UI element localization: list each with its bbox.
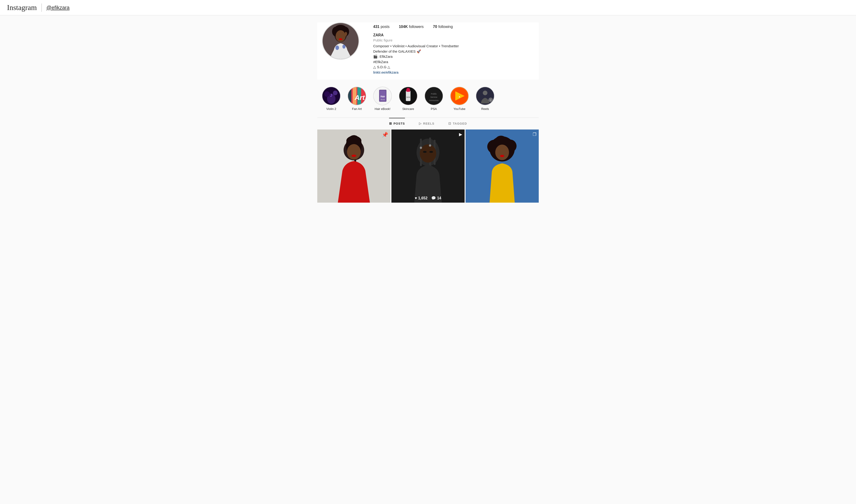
highlight-youtube[interactable]: ▲ YouTube [450,87,469,111]
highlight-circle-hairebook: Hair Book [373,87,392,105]
following-label: following [438,25,453,29]
carousel-icon: ❐ [533,132,536,137]
svg-text:Service: Service [430,96,437,98]
bio-link[interactable]: linktr.ee/efikzara [373,70,534,75]
svg-text:Hair: Hair [380,95,385,98]
svg-point-11 [324,91,330,97]
svg-text:›: › [490,98,492,102]
svg-point-65 [500,155,504,157]
header: Instagram @efikzara [0,0,856,15]
svg-point-54 [423,151,427,153]
svg-text:SKIN: SKIN [406,96,410,98]
pin-icon: 📌 [382,132,388,138]
highlight-circle-violin2: ♪ [322,87,341,105]
svg-point-47 [352,155,356,157]
highlight-label-psa: PSA [431,107,437,111]
bio-line5: △ S.D.G △ [373,65,534,70]
profile-section: 431 posts 104K followers 70 following ZA… [317,22,539,80]
svg-point-12 [333,91,338,95]
post-1[interactable]: 📌 [317,129,391,203]
profile-category: Public figure [373,38,534,42]
svg-point-64 [495,145,509,160]
tab-posts-label: POSTS [394,122,405,125]
tab-reels[interactable]: ▷ REELS [419,118,434,129]
highlight-psa[interactable]: Public Service Announce PSA [425,87,443,111]
profile-info: 431 posts 104K followers 70 following ZA… [373,22,534,75]
post-3[interactable]: ❐ [465,129,539,203]
instagram-logo: Instagram [7,3,37,12]
highlight-circle-youtube: ▲ [450,87,469,105]
likes-stat: ♥ 1,652 [415,196,428,200]
avatar[interactable] [322,22,359,60]
svg-point-5 [336,30,345,42]
tab-reels-label: REELS [423,122,434,125]
highlight-label-violin2: Violin 2 [326,107,336,111]
highlight-circle-fanart: Art [347,87,366,105]
svg-point-57 [429,144,431,147]
highlight-reels[interactable]: › Reels [476,87,494,111]
bio-line4: #EfikZara [373,59,534,65]
following-count: 70 [433,25,437,29]
svg-rect-25 [406,91,411,101]
highlight-fanart[interactable]: Art Fan Art [347,87,366,111]
highlight-circle-skincare: SKIN [399,87,417,105]
svg-point-8 [342,44,345,49]
post-2[interactable]: ▶ ♥ 1,652 💬 14 [391,129,465,203]
comments-count: 14 [437,196,441,200]
reels-icon: ▷ [419,122,422,125]
highlight-label-fanart: Fan Art [352,107,362,111]
highlight-skincare[interactable]: SKIN Skincare [399,87,417,111]
highlight-violin2[interactable]: ♪ Violin 2 [322,87,341,111]
posts-icon: ⊞ [389,122,392,125]
svg-point-46 [347,144,361,160]
tab-posts[interactable]: ⊞ POSTS [389,118,405,129]
comments-stat: 💬 14 [431,196,441,200]
svg-point-38 [483,91,487,95]
tabs-section: ⊞ POSTS ▷ REELS ⊡ TAGGED [317,118,539,129]
bio-line2: Defender of the GALAXIES 🚀 [373,49,534,54]
svg-point-53 [420,144,436,163]
highlight-label-youtube: YouTube [453,107,465,111]
svg-rect-27 [407,88,410,89]
svg-text:Book: Book [381,98,385,101]
svg-text:Art: Art [354,94,365,101]
highlight-hairebook[interactable]: Hair Book Hair eBook! [373,87,392,111]
post-stats: ♥ 1,652 💬 14 [391,196,465,200]
svg-point-6 [339,38,342,40]
tagged-icon: ⊡ [448,122,451,125]
tab-tagged[interactable]: ⊡ TAGGED [448,118,467,129]
profile-bio: Composer • Violinist • Audiovisual Creat… [373,43,534,75]
bio-line3: 🎬: EfikZara [373,54,534,59]
svg-text:Public: Public [431,93,437,95]
posts-count: 431 [373,25,379,29]
video-icon: ▶ [459,132,462,137]
highlight-circle-psa: Public Service Announce [425,87,443,105]
highlight-label-reels: Reels [481,107,489,111]
svg-text:▲: ▲ [458,95,461,98]
tab-tagged-label: TAGGED [453,122,467,125]
followers-count: 104K [399,25,408,29]
profile-stats: 431 posts 104K followers 70 following [373,25,534,29]
posts-grid: 📌 ▶ ♥ 1,652 [317,129,539,203]
profile-handle[interactable]: @efikzara [46,5,69,11]
highlight-label-skincare: Skincare [403,107,414,111]
header-divider [41,3,42,12]
stat-followers[interactable]: 104K followers [399,25,424,29]
svg-point-7 [336,46,339,50]
stat-following[interactable]: 70 following [433,25,453,29]
highlights-section: ♪ Violin 2 Art Fan Art Hair [317,84,539,115]
bio-line1: Composer • Violinist • Audiovisual Creat… [373,43,534,49]
avatar-wrap [322,22,359,60]
highlight-circle-reels: › [476,87,494,105]
comment-icon: 💬 [431,196,436,200]
svg-point-56 [420,147,422,149]
followers-label: followers [409,25,424,29]
highlight-label-hairebook: Hair eBook! [375,107,391,111]
stat-posts: 431 posts [373,25,390,29]
svg-text:Announce: Announce [429,99,439,102]
posts-label: posts [381,25,390,29]
svg-rect-17 [348,87,351,105]
heart-icon: ♥ [415,196,417,200]
likes-count: 1,652 [418,196,428,200]
svg-text:♪: ♪ [330,92,333,98]
